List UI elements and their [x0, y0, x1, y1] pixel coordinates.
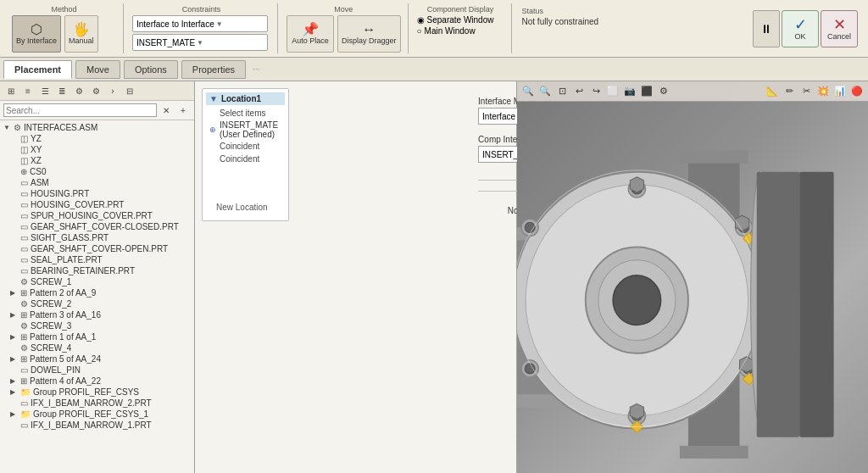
- undo-view-icon[interactable]: ↩: [571, 84, 587, 99]
- view-toolbar: 🔍 🔍 ⊡ ↩ ↪ ⬜ 📷 ⬛ ⚙ 📐 ✏ ✂ 💥 📊 🔴: [517, 81, 868, 102]
- tree-item[interactable]: ⚙SCREW_3: [0, 320, 194, 331]
- expand-arrow[interactable]: ▶: [10, 333, 19, 341]
- tree-item-label: DOWEL_PIN: [31, 365, 81, 375]
- tree-item[interactable]: ▭HOUSING.PRT: [0, 188, 194, 199]
- sidebar-icon-4[interactable]: ≣: [54, 83, 70, 98]
- sidebar-icon-5[interactable]: ⚙: [71, 83, 86, 98]
- component-display-section: Component Display ◉ Separate Window ○ Ma…: [410, 3, 512, 53]
- sidebar-icon-7[interactable]: ›: [105, 83, 120, 98]
- tree-item[interactable]: ▶⊞Pattern 4 of AA_22: [0, 376, 194, 387]
- tree-item[interactable]: ▭ASM: [0, 177, 194, 188]
- tree-item[interactable]: ▶⊞Pattern 3 of AA_16: [0, 309, 194, 320]
- annotation-icon[interactable]: ✏: [782, 84, 797, 99]
- interface-dropdown[interactable]: Interface to Interface ▼: [132, 15, 268, 32]
- tree-item-label: SCREW_4: [31, 343, 71, 353]
- view-saved-icon[interactable]: ⬜: [605, 84, 620, 99]
- expand-arrow[interactable]: ▶: [10, 311, 19, 319]
- tree-item[interactable]: ▭DOWEL_PIN: [0, 364, 194, 376]
- select-items-item[interactable]: Select items: [206, 107, 285, 120]
- component-display-content: ◉ Separate Window ○ Main Window: [417, 15, 504, 52]
- expand-arrow[interactable]: ▶: [10, 289, 19, 297]
- expand-arrow[interactable]: ▶: [10, 410, 19, 418]
- settings-icon[interactable]: ⚙: [656, 84, 671, 99]
- tab-placement[interactable]: Placement: [3, 60, 72, 79]
- search-add-btn[interactable]: +: [175, 103, 191, 118]
- tree-item[interactable]: ▭GEAR_SHAFT_COVER-OPEN.PRT: [0, 243, 194, 254]
- zoom-fit-icon[interactable]: ⊡: [554, 84, 570, 99]
- tab-options[interactable]: Options: [124, 60, 178, 79]
- tree-item[interactable]: ▭IFX_I_BEAM_NARROW_1.PRT: [0, 420, 194, 431]
- expand-arrow[interactable]: ▶: [10, 377, 19, 385]
- tree-item[interactable]: ▭BEARING_RETAINER.PRT: [0, 265, 194, 276]
- tree-item[interactable]: ▭SEAL_PLATE.PRT: [0, 254, 194, 265]
- by-interface-button[interactable]: ⬡ By Interface: [12, 15, 61, 53]
- tree-item-label: Group PROFIL_REF_CSYS: [33, 387, 139, 397]
- 3d-view[interactable]: 🔍 🔍 ⊡ ↩ ↪ ⬜ 📷 ⬛ ⚙ 📐 ✏ ✂ 💥 📊 🔴: [517, 81, 868, 473]
- separate-window-radio[interactable]: ◉ Separate Window: [417, 15, 494, 25]
- section-icon[interactable]: ✂: [798, 84, 814, 99]
- coincident2-item[interactable]: Coincident: [206, 153, 285, 165]
- svg-rect-33: [799, 172, 833, 437]
- tree-item-icon: ◫: [20, 134, 28, 143]
- sidebar-icon-3[interactable]: ☰: [37, 83, 53, 98]
- new-location-area: New Location: [206, 191, 285, 217]
- measure-icon[interactable]: 📐: [765, 84, 780, 99]
- sidebar-icon-1[interactable]: ⊞: [3, 83, 19, 98]
- search-input[interactable]: [3, 103, 157, 117]
- svg-marker-23: [630, 177, 643, 192]
- display-mode-icon[interactable]: ⬛: [639, 84, 654, 99]
- tree-item[interactable]: ⚙SCREW_2: [0, 298, 194, 309]
- expand-icon[interactable]: ▼: [3, 124, 12, 131]
- new-location-button[interactable]: New Location: [209, 201, 275, 214]
- tab-move[interactable]: Move: [75, 60, 120, 79]
- tree-item[interactable]: ◫XZ: [0, 155, 194, 166]
- tree-item[interactable]: ▶📁Group PROFIL_REF_CSYS_1: [0, 409, 194, 420]
- tree-item[interactable]: ▭SIGHT_GLASS.PRT: [0, 232, 194, 243]
- insert-mate-dropdown[interactable]: INSERT_MATE ▼: [132, 34, 268, 51]
- expand-arrow[interactable]: ▶: [10, 388, 19, 396]
- tree-item-label: XY: [31, 145, 42, 154]
- sidebar-icon-8[interactable]: ⊟: [122, 83, 137, 98]
- tree-item[interactable]: ▶⊞Pattern 2 of AA_9: [0, 287, 194, 298]
- redo-view-icon[interactable]: ↪: [588, 84, 604, 99]
- insert-mate-item[interactable]: ⊕ INSERT_MATE (User Defined): [206, 120, 285, 140]
- main-window-radio[interactable]: ○ Main Window: [417, 26, 494, 36]
- tree-item[interactable]: ◫XY: [0, 144, 194, 155]
- expand-arrow[interactable]: ▶: [10, 355, 19, 363]
- tree-item-icon: ▭: [20, 200, 28, 209]
- ok-button[interactable]: ✓ OK: [782, 10, 819, 47]
- sidebar-icon-6[interactable]: ⚙: [88, 83, 103, 98]
- tree-item[interactable]: ▶⊞Pattern 5 of AA_24: [0, 353, 194, 364]
- zoom-out-icon[interactable]: 🔍: [537, 84, 553, 99]
- tree-item[interactable]: ▭GEAR_SHAFT_COVER-CLOSED.PRT: [0, 221, 194, 232]
- tree-item-icon: ▭: [20, 178, 28, 187]
- camera-icon[interactable]: 📷: [622, 84, 637, 99]
- component-display-label: Component Display: [417, 5, 504, 14]
- tree-root[interactable]: ▼ ⚙ INTERFACES.ASM: [0, 122, 194, 133]
- tree-item[interactable]: ▭IFX_I_BEAM_NARROW_2.PRT: [0, 398, 194, 409]
- coincident1-item[interactable]: Coincident: [206, 140, 285, 153]
- tree-item[interactable]: ▶📁Group PROFIL_REF_CSYS: [0, 387, 194, 398]
- display-dragger-button[interactable]: ↔ Display Dragger: [337, 15, 401, 53]
- tree-item[interactable]: ▶⊞Pattern 1 of AA_1: [0, 331, 194, 342]
- search-clear-btn[interactable]: ✕: [159, 103, 174, 118]
- pause-button[interactable]: ⏸: [753, 10, 780, 47]
- tree-item[interactable]: ◫YZ: [0, 133, 194, 144]
- auto-place-button[interactable]: 📌 Auto Place: [287, 15, 334, 53]
- tab-properties[interactable]: Properties: [181, 60, 246, 79]
- analysis-icon[interactable]: 📊: [832, 84, 848, 99]
- render-icon[interactable]: 🔴: [849, 84, 865, 99]
- explode-icon[interactable]: 💥: [815, 84, 831, 99]
- tree-item[interactable]: ⚙SCREW_1: [0, 276, 194, 287]
- cancel-button[interactable]: ✕ Cancel: [821, 10, 858, 47]
- tree-item[interactable]: ▭SPUR_HOUSING_COVER.PRT: [0, 210, 194, 221]
- sidebar-icon-2[interactable]: ≡: [20, 83, 36, 98]
- location1-header[interactable]: ▼ Location1: [206, 92, 285, 105]
- tree-item-icon: ⊞: [20, 310, 27, 320]
- tree-item-label: SIGHT_GLASS.PRT: [31, 233, 108, 242]
- tree-item[interactable]: ⚙SCREW_4: [0, 342, 194, 353]
- manual-button[interactable]: 🖐 Manual: [64, 15, 98, 53]
- zoom-in-icon[interactable]: 🔍: [520, 84, 536, 99]
- tree-item[interactable]: ▭HOUSING_COVER.PRT: [0, 199, 194, 210]
- tree-item[interactable]: ⊕CS0: [0, 166, 194, 177]
